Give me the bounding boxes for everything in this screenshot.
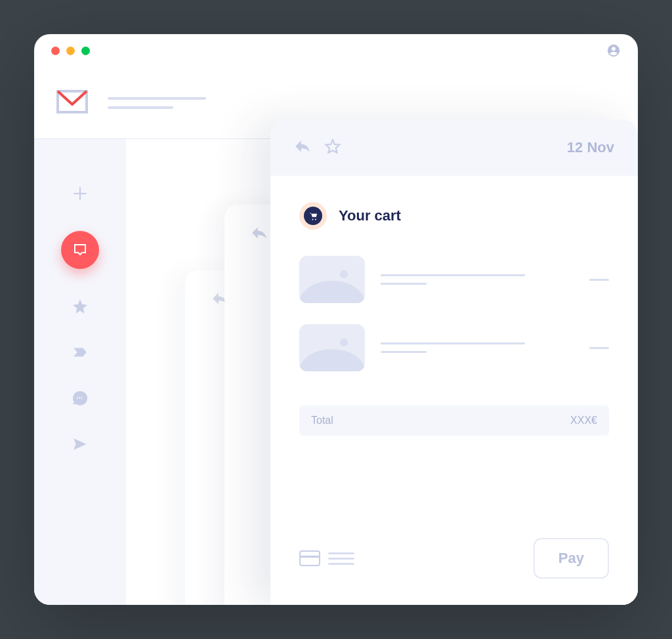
card-header: 12 Nov: [270, 119, 638, 176]
compose-icon[interactable]: [72, 185, 89, 202]
search-placeholder: [108, 97, 206, 109]
minimize-icon[interactable]: [66, 47, 75, 55]
titlebar: [34, 34, 638, 67]
cart-item: [299, 324, 609, 371]
total-row: Total XXX€: [299, 405, 609, 436]
item-text-placeholder: [381, 342, 574, 353]
item-text-placeholder: [381, 274, 574, 285]
pay-button[interactable]: Pay: [534, 538, 609, 579]
payment-method[interactable]: [299, 550, 354, 566]
total-label: Total: [311, 415, 333, 426]
close-icon[interactable]: [51, 47, 60, 55]
item-price-placeholder: [589, 347, 609, 349]
window-controls: [51, 47, 90, 55]
nav-rail: [34, 139, 126, 605]
cart-card: 12 Nov Your cart: [270, 119, 638, 605]
cart-item: [299, 256, 609, 303]
chat-icon[interactable]: [72, 390, 89, 407]
cart-title: Your cart: [339, 207, 401, 224]
star-icon[interactable]: [324, 138, 341, 157]
method-placeholder: [328, 552, 354, 565]
send-icon[interactable]: [72, 436, 89, 453]
item-thumbnail-icon: [299, 324, 365, 371]
app-logo-icon: [55, 89, 89, 117]
total-value: XXX€: [570, 415, 597, 426]
reply-icon[interactable]: [294, 138, 311, 157]
cart-icon: [299, 202, 327, 230]
cart-title-row: Your cart: [299, 202, 609, 230]
starred-icon[interactable]: [72, 298, 89, 315]
account-icon[interactable]: [606, 43, 621, 58]
message-date: 12 Nov: [567, 139, 614, 156]
item-price-placeholder: [589, 279, 609, 281]
inbox-icon[interactable]: [61, 231, 99, 269]
maximize-icon[interactable]: [81, 47, 90, 55]
item-thumbnail-icon: [299, 256, 365, 303]
important-icon[interactable]: [72, 344, 89, 361]
app-window: 12 Nov Your cart: [34, 34, 638, 605]
credit-card-icon: [299, 550, 320, 566]
